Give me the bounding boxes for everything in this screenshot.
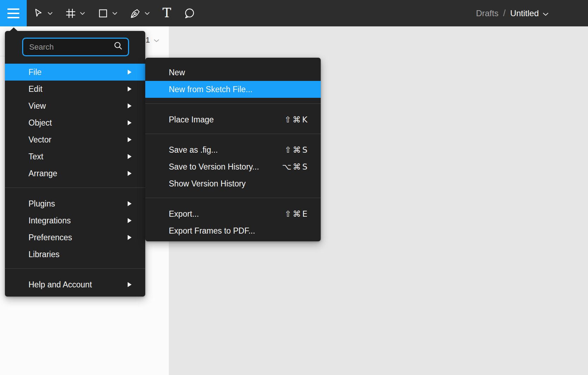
submenu-arrow-icon — [128, 137, 132, 142]
menu-item-libraries[interactable]: Libraries — [5, 246, 145, 263]
text-tool-button[interactable]: T — [161, 0, 173, 26]
menu-section: FileEditViewObjectVectorTextArrange — [5, 64, 145, 182]
menu-item-label: Preferences — [28, 233, 72, 242]
toolbar: T Drafts / Untitled — [0, 0, 588, 26]
menu-divider — [145, 134, 321, 134]
menu-section: Export...⇧⌘EExport Frames to PDF... — [145, 205, 321, 239]
hamburger-icon — [6, 7, 20, 20]
menu-item-help-and-account[interactable]: Help and Account — [5, 276, 145, 293]
chevron-down-icon — [145, 12, 150, 15]
chevron-down-icon — [543, 8, 549, 18]
submenu-arrow-icon — [128, 235, 132, 240]
breadcrumb: Drafts / Untitled — [476, 8, 588, 19]
chevron-down-icon — [47, 12, 53, 15]
chevron-down-icon — [154, 36, 159, 45]
move-tool-button[interactable] — [32, 0, 54, 26]
menu-item-label: Save to Version History... — [169, 162, 259, 172]
breadcrumb-file[interactable]: Untitled — [510, 8, 549, 18]
menu-item-label: Arrange — [28, 169, 57, 178]
pen-icon — [130, 8, 141, 19]
menu-item-arrange[interactable]: Arrange — [5, 165, 145, 182]
menu-item-label: Plugins — [28, 199, 55, 209]
chevron-down-icon — [112, 12, 117, 15]
submenu-item-save-to-version-history[interactable]: Save to Version History...⌥⌘S — [145, 158, 321, 175]
menu-item-label: File — [28, 68, 41, 77]
page-indicator-label: 1 — [146, 36, 150, 45]
menu-divider — [5, 188, 145, 188]
comment-tool-button[interactable] — [183, 0, 197, 26]
submenu-item-show-version-history[interactable]: Show Version History — [145, 175, 321, 192]
submenu-arrow-icon — [128, 120, 132, 125]
menu-item-label: New from Sketch File... — [169, 85, 253, 94]
main-menu: FileEditViewObjectVectorTextArrangePlugi… — [5, 31, 145, 297]
file-name: Untitled — [510, 8, 539, 18]
submenu-item-export[interactable]: Export...⇧⌘E — [145, 205, 321, 222]
menu-section: NewNew from Sketch File... — [145, 64, 321, 98]
menu-item-label: Vector — [28, 135, 51, 145]
cursor-icon — [33, 8, 44, 19]
menu-item-label: Export Frames to PDF... — [169, 226, 255, 236]
submenu-item-new[interactable]: New — [145, 64, 321, 81]
text-icon: T — [162, 6, 171, 19]
menu-item-shortcut: ⇧⌘K — [285, 115, 309, 124]
breadcrumb-project[interactable]: Drafts — [476, 8, 498, 18]
menu-item-object[interactable]: Object — [5, 114, 145, 131]
submenu-item-export-frames-to-pdf[interactable]: Export Frames to PDF... — [145, 222, 321, 239]
submenu-arrow-icon — [128, 70, 132, 75]
file-submenu-sections: NewNew from Sketch File...Place Image⇧⌘K… — [145, 58, 321, 239]
menu-section: Save as .fig...⇧⌘SSave to Version Histor… — [145, 141, 321, 192]
menu-item-shortcut: ⌥⌘S — [282, 162, 309, 171]
menu-item-label: Show Version History — [169, 179, 246, 189]
menu-item-plugins[interactable]: Plugins — [5, 195, 145, 212]
menu-item-preferences[interactable]: Preferences — [5, 229, 145, 246]
menu-item-label: Export... — [169, 209, 199, 219]
menu-item-label: Place Image — [169, 115, 214, 125]
menu-section: Help and Account — [5, 276, 145, 293]
search-icon — [114, 41, 123, 53]
submenu-arrow-icon — [128, 154, 132, 159]
menu-item-file[interactable]: File — [5, 64, 145, 81]
submenu-item-save-as-fig[interactable]: Save as .fig...⇧⌘S — [145, 141, 321, 158]
menu-item-integrations[interactable]: Integrations — [5, 212, 145, 229]
chevron-down-icon — [80, 12, 85, 15]
frame-icon — [65, 8, 76, 19]
comment-icon — [184, 8, 195, 19]
submenu-arrow-icon — [128, 282, 132, 287]
menu-item-label: Edit — [28, 84, 43, 94]
submenu-arrow-icon — [128, 201, 132, 206]
tool-group: T — [32, 0, 197, 26]
menu-item-vector[interactable]: Vector — [5, 131, 145, 148]
menu-item-label: Save as .fig... — [169, 145, 218, 155]
menu-divider — [145, 198, 321, 198]
menu-search — [5, 31, 145, 56]
submenu-item-place-image[interactable]: Place Image⇧⌘K — [145, 111, 321, 128]
menu-item-label: Help and Account — [28, 280, 92, 290]
pen-tool-button[interactable] — [129, 0, 151, 26]
menu-divider — [145, 103, 321, 104]
file-submenu: NewNew from Sketch File...Place Image⇧⌘K… — [145, 58, 321, 241]
menu-item-label: View — [28, 101, 46, 111]
menu-item-text[interactable]: Text — [5, 148, 145, 165]
menu-section: PluginsIntegrationsPreferencesLibraries — [5, 195, 145, 263]
menu-item-shortcut: ⇧⌘E — [285, 209, 309, 218]
search-input[interactable] — [29, 43, 114, 52]
menu-item-label: Text — [28, 152, 43, 161]
frame-tool-button[interactable] — [64, 0, 87, 26]
submenu-arrow-icon — [128, 218, 132, 223]
menu-section: Place Image⇧⌘K — [145, 111, 321, 128]
page-dropdown[interactable]: 1 — [146, 36, 159, 45]
main-menu-button[interactable] — [0, 0, 27, 26]
submenu-item-new-from-sketch-file[interactable]: New from Sketch File... — [145, 81, 321, 98]
menu-item-edit[interactable]: Edit — [5, 81, 145, 97]
menu-divider — [5, 268, 145, 269]
menu-item-shortcut: ⇧⌘S — [285, 145, 309, 154]
menu-item-label: Integrations — [28, 216, 71, 225]
menu-item-view[interactable]: View — [5, 97, 145, 114]
main-menu-sections: FileEditViewObjectVectorTextArrangePlugi… — [5, 64, 145, 293]
submenu-arrow-icon — [128, 171, 132, 176]
shape-tool-button[interactable] — [96, 0, 119, 26]
submenu-arrow-icon — [128, 87, 132, 91]
menu-item-label: Libraries — [28, 250, 59, 259]
menu-item-label: Object — [28, 118, 52, 128]
menu-pointer-arrow — [9, 27, 18, 31]
